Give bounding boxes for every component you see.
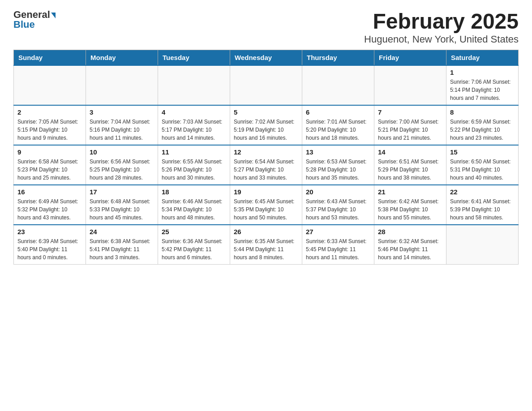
day-info: Sunrise: 6:39 AM Sunset: 5:40 PM Dayligh… [17,237,82,261]
calendar-day-cell: 11Sunrise: 6:55 AM Sunset: 5:26 PM Dayli… [158,145,230,185]
calendar-day-cell: 14Sunrise: 6:51 AM Sunset: 5:29 PM Dayli… [374,145,446,185]
day-of-week-header: Saturday [446,50,519,66]
calendar-day-cell: 28Sunrise: 6:32 AM Sunset: 5:46 PM Dayli… [374,225,446,265]
day-of-week-header: Thursday [302,50,374,66]
day-of-week-header: Friday [374,50,446,66]
day-number: 11 [162,148,226,156]
calendar-day-cell: 1Sunrise: 7:06 AM Sunset: 5:14 PM Daylig… [446,65,519,105]
calendar-day-cell: 26Sunrise: 6:35 AM Sunset: 5:44 PM Dayli… [230,225,302,265]
calendar-day-cell: 5Sunrise: 7:02 AM Sunset: 5:19 PM Daylig… [230,105,302,145]
calendar-day-cell: 22Sunrise: 6:41 AM Sunset: 5:39 PM Dayli… [446,185,519,225]
day-info: Sunrise: 6:50 AM Sunset: 5:31 PM Dayligh… [450,158,515,182]
day-number: 21 [378,188,442,196]
logo-blue: Blue [13,19,35,30]
day-number: 24 [90,228,154,235]
day-number: 13 [306,148,370,156]
calendar-day-cell: 19Sunrise: 6:45 AM Sunset: 5:35 PM Dayli… [230,185,302,225]
day-number: 6 [306,108,370,116]
day-info: Sunrise: 6:56 AM Sunset: 5:25 PM Dayligh… [90,158,154,182]
calendar-subtitle: Huguenot, New York, United States [364,34,519,45]
day-info: Sunrise: 6:59 AM Sunset: 5:22 PM Dayligh… [450,118,515,142]
calendar-day-cell [302,65,374,105]
day-info: Sunrise: 6:43 AM Sunset: 5:37 PM Dayligh… [306,197,370,222]
day-info: Sunrise: 6:51 AM Sunset: 5:29 PM Dayligh… [378,158,442,182]
day-of-week-header: Tuesday [158,50,230,66]
calendar-day-cell [374,65,446,105]
calendar-day-cell: 17Sunrise: 6:48 AM Sunset: 5:33 PM Dayli… [86,185,158,225]
page-header: General Blue February 2025 Huguenot, New… [13,9,519,45]
calendar-header-row: SundayMondayTuesdayWednesdayThursdayFrid… [14,50,519,66]
calendar-week-row: 2Sunrise: 7:05 AM Sunset: 5:15 PM Daylig… [14,105,519,145]
calendar-day-cell: 27Sunrise: 6:33 AM Sunset: 5:45 PM Dayli… [302,225,374,265]
day-info: Sunrise: 6:33 AM Sunset: 5:45 PM Dayligh… [306,237,370,261]
day-info: Sunrise: 6:38 AM Sunset: 5:41 PM Dayligh… [90,237,154,261]
day-of-week-header: Sunday [14,50,86,66]
calendar-title: February 2025 [364,9,519,34]
calendar-day-cell: 16Sunrise: 6:49 AM Sunset: 5:32 PM Dayli… [14,185,86,225]
day-number: 28 [378,228,442,235]
day-info: Sunrise: 7:04 AM Sunset: 5:16 PM Dayligh… [90,118,154,142]
day-number: 4 [162,108,226,116]
day-of-week-header: Wednesday [230,50,302,66]
calendar-day-cell: 3Sunrise: 7:04 AM Sunset: 5:16 PM Daylig… [86,105,158,145]
calendar-day-cell: 7Sunrise: 7:00 AM Sunset: 5:21 PM Daylig… [374,105,446,145]
calendar-day-cell: 21Sunrise: 6:42 AM Sunset: 5:38 PM Dayli… [374,185,446,225]
day-number: 19 [234,188,298,196]
day-number: 15 [450,148,515,156]
day-number: 1 [450,68,515,76]
calendar-day-cell: 2Sunrise: 7:05 AM Sunset: 5:15 PM Daylig… [14,105,86,145]
calendar-week-row: 9Sunrise: 6:58 AM Sunset: 5:23 PM Daylig… [14,145,519,185]
day-info: Sunrise: 6:54 AM Sunset: 5:27 PM Dayligh… [234,158,298,182]
day-info: Sunrise: 6:36 AM Sunset: 5:42 PM Dayligh… [162,237,226,261]
day-info: Sunrise: 6:35 AM Sunset: 5:44 PM Dayligh… [234,237,298,261]
day-info: Sunrise: 6:53 AM Sunset: 5:28 PM Dayligh… [306,158,370,182]
day-info: Sunrise: 6:46 AM Sunset: 5:34 PM Dayligh… [162,197,226,222]
day-number: 16 [17,188,82,196]
day-number: 22 [450,188,515,196]
calendar-day-cell: 10Sunrise: 6:56 AM Sunset: 5:25 PM Dayli… [86,145,158,185]
day-info: Sunrise: 6:48 AM Sunset: 5:33 PM Dayligh… [90,197,154,222]
calendar-day-cell: 9Sunrise: 6:58 AM Sunset: 5:23 PM Daylig… [14,145,86,185]
day-of-week-header: Monday [86,50,158,66]
calendar-day-cell: 4Sunrise: 7:03 AM Sunset: 5:17 PM Daylig… [158,105,230,145]
calendar-title-block: February 2025 Huguenot, New York, United… [364,9,519,45]
day-number: 23 [17,228,82,235]
day-number: 25 [162,228,226,235]
day-info: Sunrise: 7:02 AM Sunset: 5:19 PM Dayligh… [234,118,298,142]
calendar-day-cell: 15Sunrise: 6:50 AM Sunset: 5:31 PM Dayli… [446,145,519,185]
day-number: 3 [90,108,154,116]
calendar-week-row: 1Sunrise: 7:06 AM Sunset: 5:14 PM Daylig… [14,65,519,105]
day-number: 14 [378,148,442,156]
calendar-day-cell [86,65,158,105]
calendar-day-cell [230,65,302,105]
calendar-day-cell [446,225,519,265]
day-number: 8 [450,108,515,116]
calendar-day-cell: 25Sunrise: 6:36 AM Sunset: 5:42 PM Dayli… [158,225,230,265]
day-info: Sunrise: 6:49 AM Sunset: 5:32 PM Dayligh… [17,197,82,222]
day-number: 12 [234,148,298,156]
calendar-week-row: 16Sunrise: 6:49 AM Sunset: 5:32 PM Dayli… [14,185,519,225]
day-info: Sunrise: 6:55 AM Sunset: 5:26 PM Dayligh… [162,158,226,182]
day-number: 27 [306,228,370,235]
day-number: 2 [17,108,82,116]
day-info: Sunrise: 6:41 AM Sunset: 5:39 PM Dayligh… [450,197,515,222]
calendar-day-cell: 6Sunrise: 7:01 AM Sunset: 5:20 PM Daylig… [302,105,374,145]
logo-arrow-icon [51,13,56,18]
day-info: Sunrise: 6:32 AM Sunset: 5:46 PM Dayligh… [378,237,442,261]
day-info: Sunrise: 6:45 AM Sunset: 5:35 PM Dayligh… [234,197,298,222]
day-number: 5 [234,108,298,116]
day-number: 9 [17,148,82,156]
day-info: Sunrise: 7:05 AM Sunset: 5:15 PM Dayligh… [17,118,82,142]
calendar-day-cell: 23Sunrise: 6:39 AM Sunset: 5:40 PM Dayli… [14,225,86,265]
day-info: Sunrise: 7:03 AM Sunset: 5:17 PM Dayligh… [162,118,226,142]
calendar-day-cell: 8Sunrise: 6:59 AM Sunset: 5:22 PM Daylig… [446,105,519,145]
day-number: 17 [90,188,154,196]
calendar-week-row: 23Sunrise: 6:39 AM Sunset: 5:40 PM Dayli… [14,225,519,265]
calendar-day-cell: 20Sunrise: 6:43 AM Sunset: 5:37 PM Dayli… [302,185,374,225]
day-info: Sunrise: 7:06 AM Sunset: 5:14 PM Dayligh… [450,78,515,102]
calendar-day-cell [14,65,86,105]
logo: General Blue [13,9,56,30]
day-number: 26 [234,228,298,235]
day-number: 20 [306,188,370,196]
day-number: 10 [90,148,154,156]
